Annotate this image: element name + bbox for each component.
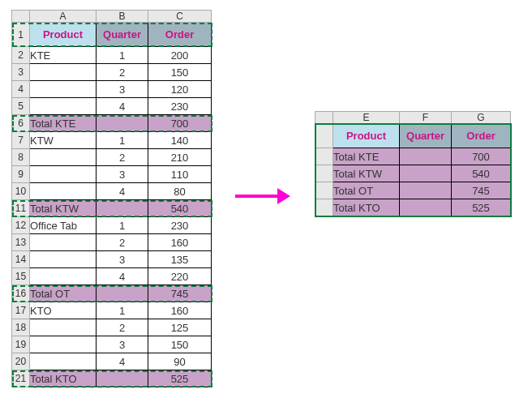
row-header[interactable]: 7 [12,132,30,149]
total-cell[interactable]: Total KTO [30,370,97,387]
cell[interactable]: 230 [148,217,212,234]
cell[interactable]: 2 [97,149,148,166]
total-cell[interactable]: 540 [452,165,511,182]
total-cell[interactable]: 745 [148,285,212,302]
header-product[interactable]: Product [30,23,97,47]
total-cell[interactable]: Total OT [30,285,97,302]
cell[interactable]: 125 [148,319,212,336]
total-cell[interactable] [400,199,452,216]
cell[interactable]: 4 [97,98,148,115]
row-header[interactable]: 6 [12,115,30,132]
total-cell[interactable] [97,285,148,302]
row-header[interactable]: 15 [12,268,30,285]
cell[interactable] [30,64,97,81]
cell[interactable] [30,98,97,115]
cell[interactable]: 210 [148,149,212,166]
cell[interactable] [30,319,97,336]
cell[interactable]: KTW [30,132,97,149]
cell[interactable]: 2 [97,319,148,336]
source-sheet[interactable]: A B C 1 Product Quarter Order 2KTE1200 3… [11,10,212,387]
total-cell[interactable] [97,370,148,387]
cell[interactable]: 4 [97,268,148,285]
row-header[interactable] [315,148,333,165]
cell[interactable]: 160 [148,234,212,251]
row-header[interactable]: 5 [12,98,30,115]
cell[interactable]: 1 [97,47,148,64]
row-header[interactable]: 13 [12,234,30,251]
total-cell[interactable]: Total KTW [30,200,97,217]
destination-sheet[interactable]: E F G Product Quarter Order Total KTE700… [315,111,511,216]
total-cell[interactable]: 525 [452,199,511,216]
cell[interactable]: 3 [97,81,148,98]
header-order[interactable]: Order [148,23,212,47]
header-quarter[interactable]: Quarter [97,23,148,47]
row-header[interactable]: 16 [12,285,30,302]
row-header[interactable]: 12 [12,217,30,234]
header-quarter[interactable]: Quarter [400,124,452,148]
col-header-F[interactable]: F [400,112,452,124]
cell[interactable]: 220 [148,268,212,285]
total-cell[interactable] [400,182,452,199]
cell[interactable]: 2 [97,64,148,81]
row-header[interactable] [315,199,333,216]
cell[interactable]: 110 [148,166,212,183]
col-header-B[interactable]: B [97,11,148,23]
cell[interactable]: 150 [148,336,212,353]
total-cell[interactable]: Total KTW [333,165,400,182]
total-cell[interactable] [400,148,452,165]
row-header[interactable]: 1 [12,23,30,47]
row-header[interactable]: 18 [12,319,30,336]
row-header[interactable] [315,124,333,148]
row-header[interactable]: 21 [12,370,30,387]
total-cell[interactable] [97,115,148,132]
row-header[interactable]: 20 [12,353,30,370]
row-header[interactable]: 2 [12,47,30,64]
row-header[interactable]: 9 [12,166,30,183]
total-cell[interactable]: 700 [148,115,212,132]
col-header-C[interactable]: C [148,11,212,23]
total-cell[interactable] [97,200,148,217]
cell[interactable] [30,183,97,200]
total-cell[interactable]: Total KTO [333,199,400,216]
cell[interactable]: 2 [97,234,148,251]
total-cell[interactable]: 540 [148,200,212,217]
cell[interactable]: 80 [148,183,212,200]
cell[interactable] [30,353,97,370]
total-cell[interactable]: 525 [148,370,212,387]
row-header[interactable]: 14 [12,251,30,268]
cell[interactable] [30,234,97,251]
cell[interactable]: 3 [97,166,148,183]
cell[interactable]: 120 [148,81,212,98]
cell[interactable]: 150 [148,64,212,81]
cell[interactable]: Office Tab [30,217,97,234]
cell[interactable]: 3 [97,251,148,268]
cell[interactable]: 230 [148,98,212,115]
total-cell[interactable]: Total OT [333,182,400,199]
col-header-G[interactable]: G [452,112,511,124]
header-order[interactable]: Order [452,124,511,148]
row-header[interactable]: 17 [12,302,30,319]
cell[interactable]: 1 [97,132,148,149]
total-cell[interactable] [400,165,452,182]
col-header-E[interactable]: E [333,112,400,124]
total-cell[interactable]: Total KTE [333,148,400,165]
corner-cell[interactable] [315,112,333,124]
cell[interactable] [30,166,97,183]
cell[interactable] [30,251,97,268]
corner-cell[interactable] [12,11,30,23]
total-cell[interactable]: Total KTE [30,115,97,132]
cell[interactable]: 90 [148,353,212,370]
cell[interactable]: 140 [148,132,212,149]
cell[interactable] [30,149,97,166]
cell[interactable]: 3 [97,336,148,353]
cell[interactable]: 1 [97,302,148,319]
col-header-A[interactable]: A [30,11,97,23]
row-header[interactable]: 10 [12,183,30,200]
row-header[interactable] [315,182,333,199]
row-header[interactable]: 4 [12,81,30,98]
header-product[interactable]: Product [333,124,400,148]
cell[interactable]: 135 [148,251,212,268]
row-header[interactable]: 8 [12,149,30,166]
cell[interactable] [30,336,97,353]
cell[interactable] [30,81,97,98]
